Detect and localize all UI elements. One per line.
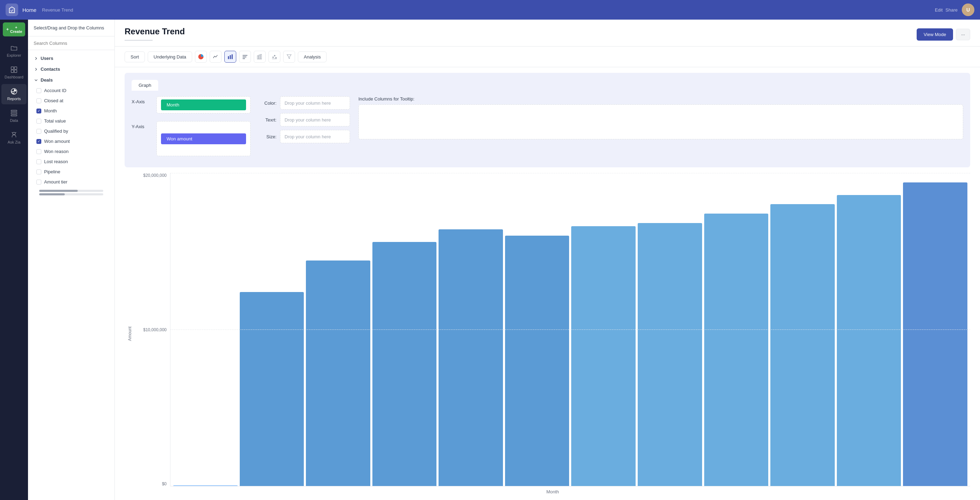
analysis-button[interactable]: Analysis xyxy=(298,51,326,62)
histogram-button[interactable] xyxy=(254,51,266,63)
checkbox-won-amount[interactable] xyxy=(37,139,41,144)
svg-point-19 xyxy=(273,57,274,58)
list-item[interactable]: Account ID xyxy=(28,86,115,96)
list-item[interactable]: Pipeline xyxy=(28,167,115,177)
text-drop[interactable]: Drop your column here xyxy=(280,113,350,126)
color-row: Color: Drop your column here xyxy=(259,96,350,110)
list-item[interactable]: Lost reason xyxy=(28,156,115,167)
chart-with-yaxis: $20,000,000 $10,000,000 $0 xyxy=(135,173,970,486)
report-title: Revenue Trend xyxy=(125,27,185,37)
svg-rect-14 xyxy=(243,56,247,57)
dashboard-icon xyxy=(10,66,18,73)
color-size-section: Color: Drop your column here Texrt: Drop… xyxy=(259,96,350,143)
tooltip-section: Include Columns for Tooltip: xyxy=(358,96,963,139)
group-contacts[interactable]: Contacts xyxy=(28,64,115,75)
sidebar-item-dashboard[interactable]: Dashboard xyxy=(2,62,27,83)
size-label: Size: xyxy=(259,134,277,139)
checkbox-closed-at[interactable] xyxy=(37,99,41,103)
scatter-icon xyxy=(271,54,278,60)
list-item[interactable]: Qualified by xyxy=(28,126,115,136)
col-label-lost-reason: Lost reason xyxy=(44,159,68,164)
text-row: Texrt: Drop your column here xyxy=(259,113,350,126)
column-panel: Select/Drag and Drop the Columns Users C… xyxy=(28,20,115,500)
list-item[interactable]: Closed at xyxy=(28,96,115,106)
search-input[interactable] xyxy=(33,41,109,46)
sidebar-label-data: Data xyxy=(10,118,18,123)
checkbox-qualified-by[interactable] xyxy=(37,129,41,134)
text-label: Texrt: xyxy=(259,117,277,123)
y-label-mid: $10,000,000 xyxy=(143,327,167,332)
group-contacts-label: Contacts xyxy=(41,67,60,72)
svg-rect-16 xyxy=(257,56,258,59)
bar-9 xyxy=(770,204,835,486)
more-options-button[interactable]: ··· xyxy=(956,29,970,40)
sidebar-item-data[interactable]: Data xyxy=(2,106,27,126)
y-label-top: $20,000,000 xyxy=(143,173,167,178)
column-panel-body: Users Contacts Deals Account ID Closed a… xyxy=(28,50,115,500)
col-label-won-amount: Won amount xyxy=(44,139,70,144)
bars-section xyxy=(170,173,970,486)
col-label-closed-at: Closed at xyxy=(44,98,64,103)
bar-chart-button[interactable] xyxy=(224,51,236,63)
sidebar-label-dashboard: Dashboard xyxy=(5,75,24,79)
y-axis-drop[interactable]: Won amount xyxy=(156,121,251,156)
chart-container: Amount $20,000,000 $10,000,000 $0 xyxy=(125,173,970,494)
breadcrumb: Revenue Trend xyxy=(42,7,73,13)
main-content: Revenue Trend View Mode ··· Sort Underly… xyxy=(115,20,980,500)
scatter-button[interactable] xyxy=(269,51,280,63)
checkbox-won-reason[interactable] xyxy=(37,149,41,154)
checkbox-pipeline[interactable] xyxy=(37,169,41,174)
svg-rect-17 xyxy=(259,55,260,59)
folder-icon xyxy=(10,44,18,52)
chevron-down-icon xyxy=(33,78,38,83)
list-item[interactable]: Total value xyxy=(28,116,115,126)
x-axis-drop[interactable]: Month xyxy=(156,96,251,113)
list-item[interactable]: Amount tier xyxy=(28,177,115,187)
graph-tab[interactable]: Graph xyxy=(132,80,158,91)
sort-button[interactable]: Sort xyxy=(125,51,145,62)
group-deals-label: Deals xyxy=(41,77,53,83)
checkbox-month[interactable] xyxy=(37,108,41,113)
sidebar-label-reports: Reports xyxy=(7,97,21,101)
header-buttons: View Mode ··· xyxy=(916,29,970,41)
funnel-button[interactable] xyxy=(283,51,295,63)
chevron-right-icon xyxy=(33,67,38,72)
pie-chart-button[interactable] xyxy=(195,51,207,63)
underlying-data-button[interactable]: Underlying Data xyxy=(148,51,192,62)
checkbox-lost-reason[interactable] xyxy=(37,159,41,164)
column-chart-button[interactable] xyxy=(239,51,251,63)
avatar[interactable]: U xyxy=(962,3,974,16)
sidebar-item-ask-zia[interactable]: Ask Zia xyxy=(2,127,27,148)
share-button[interactable]: Share xyxy=(945,7,958,13)
group-users[interactable]: Users xyxy=(28,53,115,64)
checkbox-total-value[interactable] xyxy=(37,119,41,124)
sidebar-item-reports[interactable]: Reports xyxy=(2,84,27,104)
data-icon xyxy=(10,109,18,117)
tooltip-drop[interactable] xyxy=(358,104,963,139)
report-subtitle xyxy=(125,37,185,42)
create-button[interactable]: + + Create xyxy=(3,22,25,37)
group-deals[interactable]: Deals xyxy=(28,75,115,86)
bar-5 xyxy=(505,236,570,486)
sidebar-label-explorer: Explorer xyxy=(7,53,21,57)
y-axis-title: Amount xyxy=(127,326,132,341)
bar-6 xyxy=(571,226,636,486)
checkbox-amount-tier[interactable] xyxy=(37,180,41,185)
app-title: Home xyxy=(22,7,37,13)
size-drop[interactable]: Drop your column here xyxy=(280,130,350,143)
view-mode-button[interactable]: View Mode xyxy=(916,29,953,41)
line-chart-button[interactable] xyxy=(210,51,221,63)
color-drop[interactable]: Drop your column here xyxy=(280,96,350,110)
color-drop-placeholder: Drop your column here xyxy=(285,100,331,106)
list-item[interactable]: Month xyxy=(28,106,115,116)
svg-point-20 xyxy=(274,55,275,56)
list-item[interactable]: Won amount xyxy=(28,136,115,146)
col-label-month: Month xyxy=(44,108,57,113)
col-label-amount-tier: Amount tier xyxy=(44,179,67,185)
sidebar-item-explorer[interactable]: Explorer xyxy=(2,41,27,61)
list-item[interactable]: Won reason xyxy=(28,146,115,156)
histogram-icon xyxy=(256,54,263,60)
edit-button[interactable]: Edit xyxy=(935,7,943,13)
svg-rect-6 xyxy=(11,112,17,114)
checkbox-account-id[interactable] xyxy=(37,88,41,93)
